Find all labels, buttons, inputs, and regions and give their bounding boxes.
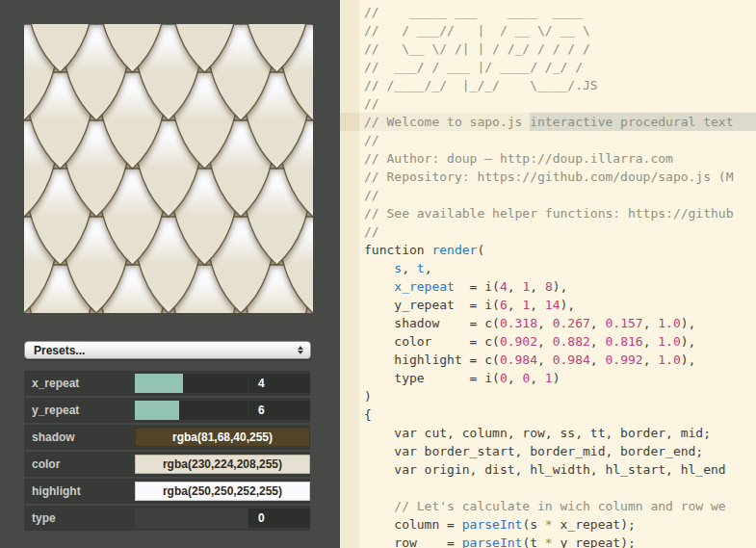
code-token xyxy=(364,277,394,296)
type-slider[interactable] xyxy=(135,509,248,528)
presets-select[interactable]: Presets... xyxy=(24,341,311,359)
code-token: // xyxy=(364,94,379,113)
code-token: parseInt xyxy=(462,534,523,548)
code-token: 8 xyxy=(545,277,553,296)
param-row-highlight: highlightrgba(250,250,252,255) xyxy=(24,479,310,504)
code-token: 0.992 xyxy=(605,351,642,369)
param-row-type: type0 xyxy=(24,506,310,531)
code-token: render xyxy=(431,241,477,259)
code-line: // ___/ / ___ |/ ____/ /_/ / xyxy=(364,58,756,76)
code-line: shadow = c(0.318, 0.267, 0.157, 1.0), xyxy=(364,314,756,332)
code-token: 1 xyxy=(522,277,530,296)
code-token: // \__ \/ /| | / /_/ / / / / xyxy=(364,39,590,58)
code-token: , xyxy=(537,314,553,332)
code-token: ), xyxy=(553,277,568,296)
code-token: t xyxy=(417,259,425,277)
code-token: * xyxy=(545,534,553,548)
code-token: // Repository: https://github.com/doup/s… xyxy=(364,168,734,186)
code-token: column = xyxy=(364,515,462,534)
code-line: // \__ \/ /| | / /_/ / / / / xyxy=(364,39,756,58)
code-line: // Repository: https://github.com/doup/s… xyxy=(364,168,756,186)
code-token: 0.984 xyxy=(553,351,590,369)
code-token: 0.318 xyxy=(500,314,537,332)
code-token: ), xyxy=(560,296,576,314)
active-line-gutter-marker xyxy=(340,113,359,131)
code-token: ) xyxy=(364,387,372,405)
code-token: // / ___// | / __ \/ __ \ xyxy=(364,21,590,39)
x_repeat-slider[interactable] xyxy=(135,374,248,393)
code-token: y_repeat); xyxy=(553,534,636,548)
select-stepper-icon xyxy=(298,346,303,354)
code-token: row = xyxy=(364,534,462,548)
code-token: , xyxy=(530,277,545,296)
code-token: 1 xyxy=(522,296,530,314)
code-token: parseInt xyxy=(462,515,523,534)
code-line: y_repeat = i(6, 1, 14), xyxy=(364,296,756,314)
control-panel: Presets... x_repeat4y_repeat6shadowrgba(… xyxy=(0,0,340,548)
code-token: (s xyxy=(522,515,544,534)
code-token: 0 xyxy=(522,369,530,387)
code-token: , xyxy=(402,259,417,277)
code-token: (t xyxy=(522,534,544,548)
code-token: x_repeat xyxy=(394,277,455,296)
code-line: // Let's calculate in wich column and ro… xyxy=(364,497,756,515)
code-token: y_repeat = i( xyxy=(364,296,500,314)
code-token: 1.0 xyxy=(658,332,680,351)
code-token: , xyxy=(537,332,553,351)
code-line: highlight = c(0.984, 0.984, 0.992, 1.0), xyxy=(364,351,756,369)
param-label: highlight xyxy=(24,484,135,498)
param-label: type xyxy=(24,511,135,525)
code-token: shadow = c( xyxy=(364,314,500,332)
code-line: row = parseInt(t * y_repeat); xyxy=(364,534,756,548)
param-label: color xyxy=(24,457,135,471)
code-token: // Let's calculate in wich column and ro… xyxy=(364,497,726,515)
code-line: s, t, xyxy=(364,259,756,277)
y_repeat-slider[interactable] xyxy=(135,401,248,420)
code-token: highlight = c( xyxy=(364,351,500,369)
code-token: , xyxy=(508,277,523,296)
code-token: 0.267 xyxy=(553,314,590,332)
code-line: // Welcome to sapo.js interactive proced… xyxy=(359,113,756,131)
code-line: x_repeat = i(4, 1, 8), xyxy=(364,277,756,296)
code-token: ), xyxy=(681,332,696,351)
code-line: color = c(0.902, 0.882, 0.816, 1.0), xyxy=(364,332,756,351)
code-token: // _____ ___ ____ ____ xyxy=(364,3,583,21)
code-token: x_repeat); xyxy=(553,515,636,534)
code-token: 1.0 xyxy=(658,351,680,369)
code-token: 0.157 xyxy=(605,314,642,332)
highlight-color-button[interactable]: rgba(250,250,252,255) xyxy=(135,482,310,501)
code-token: s xyxy=(394,259,402,277)
code-token: ), xyxy=(681,314,696,332)
code-line: column = parseInt(s * x_repeat); xyxy=(364,515,756,534)
code-token: // xyxy=(364,222,379,241)
x_repeat-value[interactable]: 4 xyxy=(248,374,310,393)
code-token: , xyxy=(530,296,545,314)
code-token: // Author: doup — http://doup.illarra.co… xyxy=(364,149,673,168)
code-token: 0 xyxy=(500,369,508,387)
type-value[interactable]: 0 xyxy=(248,509,310,528)
presets-select-label: Presets... xyxy=(25,344,298,357)
code-token: // See available helper functions: https… xyxy=(364,204,734,222)
code-line: // See available helper functions: https… xyxy=(364,204,756,222)
code-token: 1.0 xyxy=(658,314,680,332)
code-token: , xyxy=(590,314,606,332)
param-row-shadow: shadowrgba(81,68,40,255) xyxy=(24,425,310,450)
code-line: // xyxy=(364,222,756,241)
code-token: function xyxy=(364,241,431,259)
code-editor[interactable]: // _____ ___ ____ ____// / ___// | / __ … xyxy=(359,0,756,548)
code-line: var origin, dist, hl_width, hl_start, hl… xyxy=(364,460,756,479)
param-row-color: colorrgba(230,224,208,255) xyxy=(24,452,310,477)
code-line: ) xyxy=(364,387,756,405)
code-token: , xyxy=(590,332,606,351)
code-line: type = i(0, 0, 1) xyxy=(364,369,756,387)
shadow-color-button[interactable]: rgba(81,68,40,255) xyxy=(135,428,310,447)
code-token: { xyxy=(364,405,372,424)
code-token: // ___/ / ___ |/ ____/ /_/ / xyxy=(364,58,583,76)
param-row-y_repeat: y_repeat6 xyxy=(24,398,310,423)
param-list: x_repeat4y_repeat6shadowrgba(81,68,40,25… xyxy=(24,371,310,533)
code-token: , xyxy=(590,351,606,369)
color-color-button[interactable]: rgba(230,224,208,255) xyxy=(135,455,310,474)
code-token: type = i( xyxy=(364,369,500,387)
y_repeat-value[interactable]: 6 xyxy=(248,401,310,420)
code-line: // xyxy=(364,186,756,204)
